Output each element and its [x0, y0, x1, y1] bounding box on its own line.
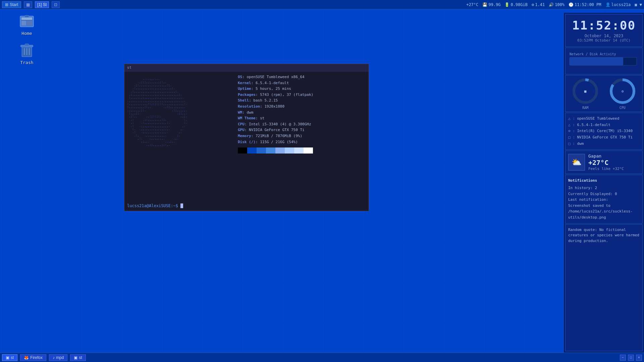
svg-text:⚙: ⚙ [621, 89, 624, 94]
color-block-0 [238, 147, 247, 154]
taskbar-app-st2-label: st [79, 355, 82, 360]
cpu-gauge-label: CPU [620, 106, 626, 110]
disk-value: 99.9G [488, 2, 500, 7]
taskbar-top: ⊞ Start ▦ [1] St ⊡ +27°C 💾 99.9G 🔋 0.98G… [0, 0, 644, 9]
clock-display: 🕐 11:52:00 PM [569, 2, 601, 7]
color-block-2 [257, 147, 266, 154]
maximize-button[interactable]: □ [628, 355, 634, 361]
clock-icon: 🕐 [569, 2, 574, 7]
layout-icon: ⊡ [54, 2, 57, 7]
user-value: lucss21a [611, 2, 631, 7]
svg-text:Network / Disk Activity: Network / Disk Activity [570, 52, 616, 56]
taskbar-bottom: ▣ st 🦊 Firefox ♪ mpd ▣ st − □ × [0, 353, 644, 362]
terminal-prompt-text: lucss21a@AlexiSUSE:~$ [127, 203, 183, 208]
workspace-label: [1] St [37, 2, 47, 7]
info-cpu: CPU : Intel i5-3340 (4) @ 3.300GHz [238, 121, 366, 127]
clock-date: October 14, 2023 [570, 34, 638, 38]
workspace-button[interactable]: [1] St [35, 1, 49, 8]
sysinfo-os: △ : openSUSE Tumbleweed [568, 116, 640, 122]
cpu-freq-value: 1.41 [535, 2, 545, 7]
ram-gauge-label: RAM [582, 106, 588, 110]
temp-value: +27°C [466, 2, 478, 7]
sysinfo-wm: □ : dwm [568, 141, 640, 147]
clock-widget: 11:52:00 October 14, 2023 03:52PM Octobe… [565, 14, 643, 47]
home-label: Home [21, 31, 32, 36]
terminal-prompt-area[interactable]: lucss21a@AlexiSUSE:~$ [124, 202, 369, 211]
sysinfo-widget: △ : openSUSE Tumbleweed △ : 6.5.4-1-defa… [565, 113, 643, 150]
user-display: 👤 lucss21a [605, 2, 631, 7]
taskbar-app-mpd[interactable]: ♪ mpd [49, 354, 67, 361]
home-desktop-icon[interactable]: Home [13, 13, 40, 36]
weather-info: Gapan +27°C Feels like +32°C [588, 154, 624, 171]
trash-desktop-icon[interactable]: Trash [13, 43, 40, 65]
taskbar-app-st2[interactable]: ▣ st [70, 354, 86, 361]
taskbar-app-st[interactable]: ▣ st [2, 354, 17, 361]
color-block-1 [247, 147, 257, 154]
cpu-freq-display: ⚙ 1.41 [532, 2, 545, 7]
gauge-svg: Network / Disk Activity [568, 51, 642, 72]
ram-display: 🔋 0.98GiB [504, 2, 528, 7]
info-uptime: Uptime : 5 hours, 25 mins [238, 86, 366, 92]
terminal-title: st [127, 65, 131, 70]
trash-icon [19, 43, 35, 59]
svg-rect-1 [21, 17, 32, 20]
sysinfo-cpu: ⚙ : Intel(R) Core(TM) i5-3340 [568, 128, 640, 134]
clock-time: 11:52:00 [570, 18, 638, 32]
weather-widget: ⛅ Gapan +27°C Feels like +32°C [565, 150, 643, 174]
volume-display: 🔊 100% [549, 2, 565, 7]
weather-symbol: ⛅ [572, 158, 582, 167]
desktop-icons: Home Trash [13, 13, 40, 65]
taskbar-app-st-icon: ▣ [6, 355, 9, 360]
neofetch-info: OS : openSUSE Tumbleweed x86_64 Kernel :… [234, 74, 366, 199]
layout-button[interactable]: ⊡ [52, 1, 60, 8]
taskbar-app-st2-icon: ▣ [74, 355, 77, 360]
window-controls: − □ × [620, 355, 642, 361]
taskbar-top-left: ⊞ Start ▦ [1] St ⊡ [2, 1, 60, 8]
terminal-titlebar: st [124, 64, 369, 71]
sysinfo-gpu: □ : NVIDIA GeForce GTX 750 Ti [568, 134, 640, 141]
taskbar-top-right: +27°C 💾 99.9G 🔋 0.98GiB ⚙ 1.41 🔊 100% 🕐 … [466, 2, 642, 7]
cpu-gauge: ⚙ CPU [609, 78, 636, 110]
ram-gauge: ■ RAM [572, 78, 599, 110]
info-resolution: Resolution : 644x362 [238, 104, 366, 110]
color-block-7 [304, 147, 313, 154]
quote-text: Random quote: No fictional creatures or … [568, 228, 639, 243]
svg-rect-8 [25, 44, 29, 46]
svg-rect-2 [21, 21, 26, 25]
notif-last-label: Last notification: [568, 197, 640, 203]
info-wmtheme: WM Theme : st [238, 115, 366, 121]
info-gpu: GPU : NVIDIA GeForce GTX 750 Ti [238, 127, 366, 133]
color-block-4 [275, 147, 285, 154]
color-block-5 [285, 147, 294, 154]
disk-icon: 💾 [482, 2, 487, 7]
start-button[interactable]: ⊞ Start [2, 1, 21, 8]
notifications-title: Notifications [568, 178, 640, 184]
notifications-widget: Notifications In history: 2 Currently Di… [565, 175, 643, 223]
volume-value: 100% [555, 2, 565, 7]
taskbar-app-mpd-label: mpd [56, 355, 64, 360]
info-wm: WM : dwm [238, 110, 366, 116]
prompt-user-host: lucss21a@AlexiSUSE:~$ [127, 203, 180, 208]
info-memory: Memory : 721MiB / 7876MiB (9%) [238, 133, 366, 139]
color-block-6 [294, 147, 304, 154]
quote-widget: Random quote: No fictional creatures or … [565, 224, 643, 351]
notif-in-history: In history: 2 [568, 185, 640, 191]
taskbar-app-firefox-label: Firefox [30, 355, 43, 360]
temperature-display: +27°C [466, 2, 478, 7]
close-button[interactable]: × [636, 355, 642, 361]
taskbar-app-firefox-icon: 🦊 [24, 355, 29, 360]
grid-icon: ▦ [26, 2, 30, 7]
minimize-button[interactable]: − [620, 355, 626, 361]
neofetch-ascii-art: ....,,.... .,;;;,,,,,,,,;:,. .;:,,,,,,,,… [127, 74, 234, 199]
color-palette [238, 147, 366, 154]
info-packages: Packages : 5743 (rpm), 37 (flatpak) [238, 92, 366, 98]
terminal-content[interactable]: ....,,.... .,;;;,,,,,,,,;:,. .;:,,,,,,,,… [124, 71, 369, 202]
grid-button[interactable]: ▦ [24, 1, 32, 8]
taskbar-app-mpd-icon: ♪ [53, 355, 55, 360]
start-label: Start [10, 2, 18, 7]
clock-utc: 03:52PM October 14 (UTC) [570, 38, 638, 43]
ram-value: 0.98GiB [511, 2, 528, 7]
taskbar-app-firefox[interactable]: 🦊 Firefox [20, 354, 46, 361]
info-shell: Shell : bash 5.2.15 [238, 98, 366, 104]
sidebar-conky: 11:52:00 October 14, 2023 03:52PM Octobe… [564, 13, 644, 353]
